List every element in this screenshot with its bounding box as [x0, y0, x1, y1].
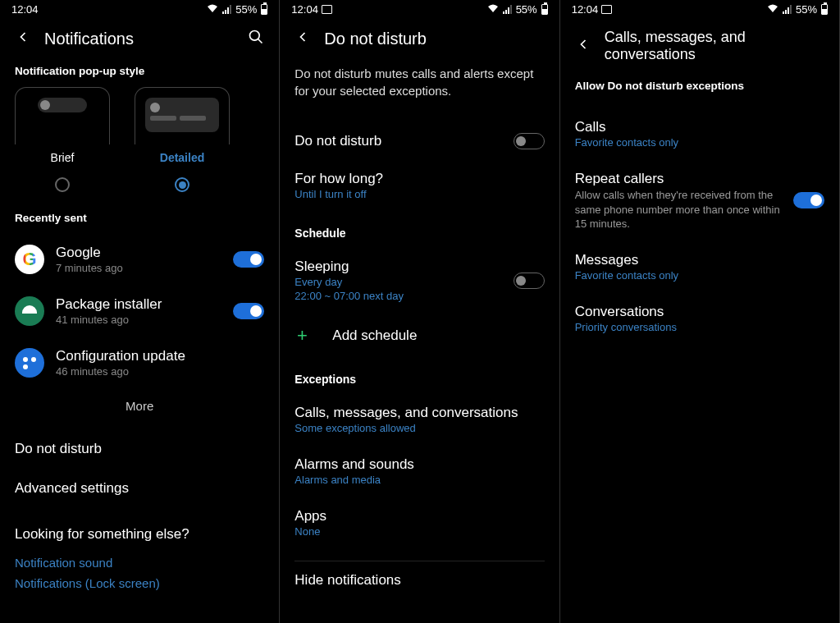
picture-icon	[601, 5, 612, 14]
svg-point-0	[250, 31, 260, 41]
recently-sent-label: Recently sent	[0, 212, 279, 224]
dnd-description: Do not disturb mutes calls and alerts ex…	[280, 65, 559, 122]
dnd-item[interactable]: Do not disturb	[0, 429, 279, 469]
calls-sub: Favorite contacts only	[575, 136, 824, 150]
calls-msgs-sub: Some exceptions allowed	[294, 422, 544, 436]
app-item-google[interactable]: G Google 7 minutes ago	[0, 234, 279, 286]
battery-percent: 55%	[516, 3, 537, 16]
how-long-item[interactable]: For how long? Until I turn it off	[280, 160, 559, 212]
calls-item[interactable]: Calls Favorite contacts only	[560, 108, 839, 160]
status-bar: 12:04 55%	[560, 0, 839, 17]
toggle-dnd[interactable]	[514, 133, 545, 149]
app-name: Package installer	[56, 295, 221, 314]
advanced-settings-item[interactable]: Advanced settings	[0, 469, 279, 508]
battery-icon	[261, 4, 267, 15]
signal-icon	[222, 5, 231, 14]
alarms-sub: Alarms and media	[294, 474, 544, 488]
status-bar: 12:04 55%	[280, 0, 559, 17]
screen-calls-messages: 12:04 55% Calls, messages, and conversat…	[560, 0, 840, 623]
repeat-callers-item[interactable]: Repeat callers Allow calls when they're …	[560, 160, 839, 241]
repeat-sub: Allow calls when they're received from t…	[575, 188, 785, 231]
screen-notifications: 12:04 55% Notifications Notification pop…	[0, 0, 280, 623]
sleeping-sub2: 22:00 ~ 07:00 next day	[294, 290, 513, 304]
link-notification-sound[interactable]: Notification sound	[0, 552, 279, 573]
status-time: 12:04	[291, 3, 318, 16]
app-item-package-installer[interactable]: Package installer 41 minutes ago	[0, 286, 279, 337]
battery-percent: 55%	[235, 3, 257, 16]
messages-sub: Favorite contacts only	[575, 269, 824, 283]
sleeping-sub1: Every day	[294, 276, 513, 290]
conversations-item[interactable]: Conversations Priority conversations	[560, 293, 839, 345]
hide-notifications-item[interactable]: Hide notifications	[280, 561, 559, 599]
google-icon: G	[15, 245, 44, 274]
exceptions-header: Exceptions	[280, 358, 559, 394]
wifi-icon	[207, 3, 218, 16]
signal-icon	[783, 5, 792, 14]
battery-icon	[821, 4, 828, 15]
battery-icon	[541, 4, 548, 15]
conversations-title: Conversations	[575, 303, 824, 321]
popup-option-detailed[interactable]: Detailed	[135, 87, 230, 192]
toggle-google[interactable]	[233, 251, 264, 268]
schedule-header: Schedule	[280, 212, 559, 248]
package-icon	[15, 296, 44, 326]
app-item-config-update[interactable]: Configuration update 46 minutes ago	[0, 337, 279, 389]
config-icon	[15, 348, 44, 378]
header: Do not disturb	[280, 17, 559, 65]
radio-detailed[interactable]	[175, 177, 189, 192]
app-name: Google	[56, 244, 221, 262]
popup-detailed-label: Detailed	[160, 151, 204, 164]
toggle-repeat-callers[interactable]	[793, 192, 824, 208]
app-name: Configuration update	[56, 347, 264, 365]
looking-label: Looking for something else?	[0, 508, 279, 552]
battery-percent: 55%	[796, 3, 817, 16]
sleeping-item[interactable]: Sleeping Every day 22:00 ~ 07:00 next da…	[280, 248, 559, 314]
plus-icon: +	[294, 325, 309, 346]
header: Notifications	[0, 17, 279, 65]
header: Calls, messages, and conversations	[560, 17, 839, 80]
how-long-title: For how long?	[294, 170, 544, 188]
status-bar: 12:04 55%	[0, 0, 279, 17]
radio-brief[interactable]	[55, 177, 70, 192]
calls-title: Calls	[575, 118, 824, 136]
signal-icon	[503, 5, 512, 14]
messages-title: Messages	[575, 251, 824, 269]
search-icon[interactable]	[248, 29, 264, 48]
link-notifications-lock-screen[interactable]: Notifications (Lock screen)	[0, 573, 279, 593]
how-long-sub: Until I turn it off	[294, 188, 544, 202]
status-time: 12:04	[572, 3, 599, 16]
calls-messages-item[interactable]: Calls, messages, and conversations Some …	[280, 394, 559, 446]
apps-title: Apps	[294, 507, 544, 525]
svg-line-1	[258, 39, 262, 44]
apps-sub: None	[294, 525, 544, 539]
toggle-package[interactable]	[233, 303, 264, 319]
dnd-label: Do not disturb	[294, 132, 381, 150]
repeat-title: Repeat callers	[575, 170, 785, 188]
page-title: Do not disturb	[324, 30, 544, 48]
toggle-sleeping[interactable]	[514, 273, 545, 289]
back-icon[interactable]	[294, 29, 311, 48]
sleeping-title: Sleeping	[294, 258, 513, 276]
popup-brief-label: Brief	[51, 151, 75, 164]
app-time: 41 minutes ago	[56, 314, 221, 328]
wifi-icon	[487, 3, 499, 16]
add-schedule-button[interactable]: + Add schedule	[280, 314, 559, 358]
popup-style-label: Notification pop-up style	[0, 65, 279, 77]
page-title: Notifications	[44, 30, 235, 48]
dnd-toggle-row[interactable]: Do not disturb	[280, 122, 559, 160]
popup-option-brief[interactable]: Brief	[15, 87, 110, 192]
alarms-title: Alarms and sounds	[294, 456, 544, 474]
allow-exceptions-label: Allow Do not disturb exceptions	[560, 80, 839, 92]
picture-icon	[322, 5, 332, 14]
back-icon[interactable]	[575, 36, 591, 56]
apps-item[interactable]: Apps None	[280, 497, 559, 549]
app-time: 7 minutes ago	[56, 262, 221, 276]
more-button[interactable]: More	[0, 389, 279, 429]
conversations-sub: Priority conversations	[575, 321, 824, 335]
messages-item[interactable]: Messages Favorite contacts only	[560, 241, 839, 293]
app-time: 46 minutes ago	[56, 365, 264, 379]
page-title: Calls, messages, and conversations	[605, 29, 824, 63]
screen-dnd: 12:04 55% Do not disturb Do not disturb …	[280, 0, 559, 623]
alarms-sounds-item[interactable]: Alarms and sounds Alarms and media	[280, 446, 559, 497]
back-icon[interactable]	[15, 29, 31, 48]
